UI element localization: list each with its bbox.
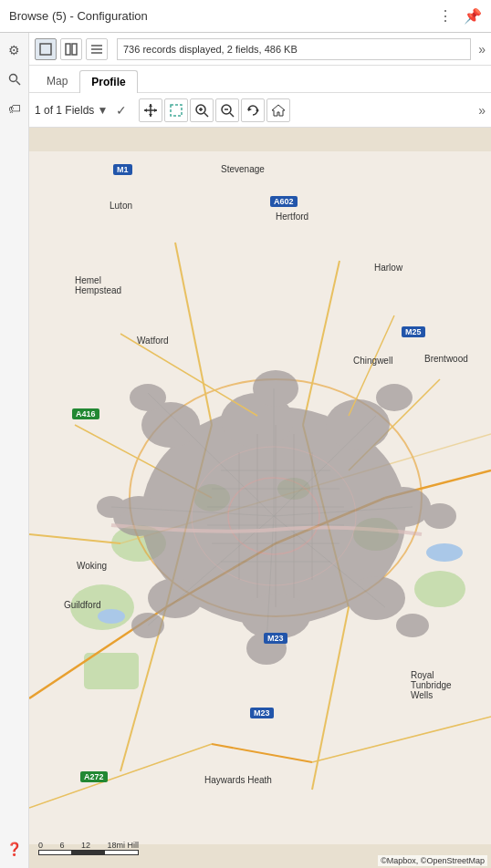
svg-marker-13 (154, 108, 157, 112)
sidebar-settings-icon[interactable]: ⚙ (5, 40, 25, 60)
svg-rect-14 (171, 105, 182, 116)
svg-point-0 (9, 75, 16, 82)
svg-point-52 (253, 370, 298, 407)
title-bar: Browse (5) - Configuration ⋮ 📌 (0, 0, 491, 33)
field-toolbar-expand[interactable]: » (478, 103, 486, 118)
svg-point-66 (130, 384, 166, 411)
svg-point-53 (326, 399, 390, 450)
toolbar-expand-icon[interactable]: » (478, 42, 486, 57)
window-title: Browse (5) - Configuration (9, 9, 148, 23)
sidebar-search-icon[interactable] (5, 69, 25, 89)
scale-0: 0 (38, 841, 43, 850)
svg-marker-24 (272, 105, 285, 116)
svg-point-23 (256, 108, 259, 111)
svg-rect-3 (66, 44, 70, 55)
svg-rect-32 (84, 653, 139, 689)
field-toolbar: 1 of 1 Fields ▼ ✓ (29, 93, 491, 128)
svg-rect-4 (72, 44, 77, 55)
svg-point-61 (148, 578, 203, 618)
zoom-out-btn[interactable] (215, 98, 239, 122)
home-icon (271, 103, 286, 118)
svg-line-20 (230, 113, 234, 117)
map-attribution: ©Mapbox, ©OpenStreetMap (378, 855, 487, 866)
svg-marker-10 (149, 104, 152, 107)
zoom-in-icon (194, 103, 209, 118)
field-dropdown-arrow[interactable]: ▼ (97, 104, 108, 117)
list-view-icon (90, 43, 103, 56)
svg-point-30 (70, 584, 134, 630)
svg-rect-2 (40, 44, 51, 55)
scale-seg-2 (71, 850, 104, 855)
main-content: 736 records displayed, 2 fields, 486 KB … (29, 33, 491, 868)
field-selector[interactable]: 1 of 1 Fields ▼ (35, 104, 108, 117)
map-container[interactable]: Stevenage Luton Hertford Harlow HemelHem… (29, 128, 491, 868)
map-svg (29, 128, 491, 868)
pin-icon[interactable]: 📌 (464, 7, 482, 25)
svg-marker-12 (144, 108, 147, 112)
toolbar-row1: 736 records displayed, 2 fields, 486 KB … (29, 33, 491, 66)
select-rect-btn[interactable] (164, 98, 188, 122)
svg-point-54 (376, 384, 413, 411)
scale-line (38, 850, 139, 855)
search-icon (8, 73, 21, 86)
title-icons: ⋮ 📌 (438, 7, 482, 25)
home-btn[interactable] (266, 98, 290, 122)
scale-bar: 0 6 12 18mi Hill (38, 841, 139, 855)
map-tools-group (139, 98, 290, 122)
view-list-btn[interactable] (86, 38, 108, 60)
svg-point-31 (414, 571, 465, 607)
zoom-out-icon (220, 103, 235, 118)
svg-point-33 (426, 543, 463, 562)
field-check-btn[interactable]: ✓ (111, 100, 131, 120)
svg-point-55 (376, 487, 431, 527)
scale-12: 12 (81, 841, 90, 850)
scale-labels: 0 6 12 18mi Hill (38, 841, 139, 850)
scale-18mi: 18mi Hill (107, 841, 139, 850)
svg-line-16 (204, 113, 208, 117)
tab-profile[interactable]: Profile (79, 70, 137, 93)
zoom-in-btn[interactable] (190, 98, 214, 122)
sidebar-help-icon[interactable]: ❓ (5, 839, 25, 859)
scale-6: 6 (59, 841, 64, 850)
scale-seg-3 (104, 850, 139, 855)
field-selector-label: 1 of 1 Fields (35, 104, 94, 117)
split-view-icon (65, 43, 78, 56)
sidebar-tag-icon[interactable]: 🏷 (5, 98, 25, 119)
view-split-btn[interactable] (60, 38, 82, 60)
svg-marker-22 (248, 108, 252, 111)
tab-map[interactable]: Map (35, 69, 79, 92)
tabs-row: Map Profile (29, 66, 491, 93)
scale-seg-1 (38, 850, 71, 855)
select-rect-icon (169, 103, 183, 118)
left-sidebar: ⚙ 🏷 ❓ (0, 33, 29, 868)
menu-icon[interactable]: ⋮ (438, 7, 453, 25)
svg-point-56 (423, 503, 456, 529)
svg-point-58 (396, 614, 429, 637)
record-info: 736 records displayed, 2 fields, 486 KB (117, 38, 471, 60)
view-single-btn[interactable] (35, 38, 57, 60)
svg-point-34 (98, 609, 125, 624)
reset-icon (246, 103, 260, 118)
pan-icon (143, 103, 158, 118)
svg-line-1 (16, 81, 20, 85)
single-view-icon (39, 43, 52, 56)
pan-tool-btn[interactable] (139, 98, 162, 122)
svg-marker-11 (149, 114, 152, 117)
reset-view-btn[interactable] (241, 98, 265, 122)
